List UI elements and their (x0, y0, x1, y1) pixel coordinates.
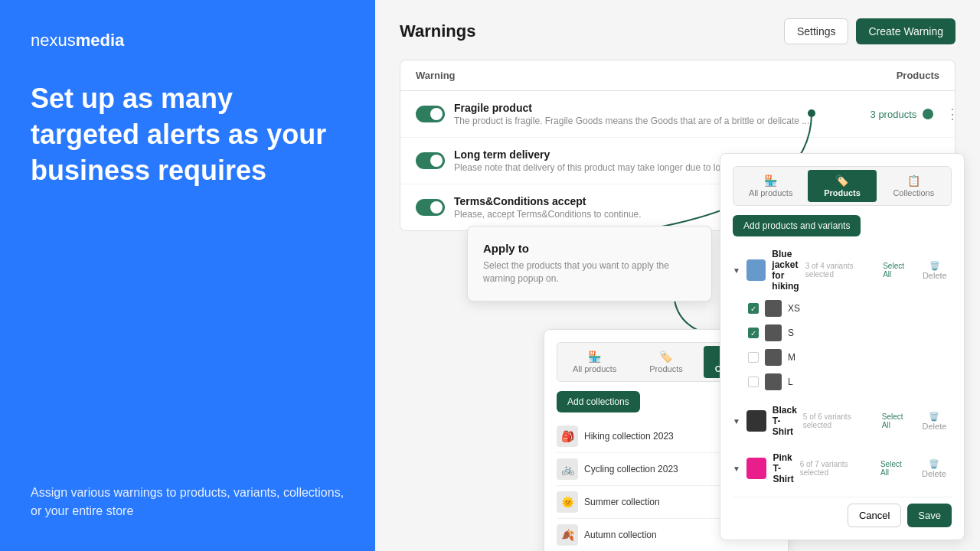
collection-icon-hiking: 🎒 (557, 425, 578, 447)
variant-thumb-l (765, 373, 782, 390)
store-icon-2: 🏪 (740, 174, 802, 187)
add-products-button[interactable]: Add products and variants (733, 215, 861, 236)
variant-row-m: M (733, 345, 952, 370)
product-group-pink-tshirt: ▼ Pink T-Shirt 6 of 7 variants selected … (733, 448, 952, 489)
variant-row-xs: ✓ XS (733, 296, 952, 321)
sub-text: Assign various warnings to products, var… (31, 461, 345, 520)
collection-icon-2: 📋 (883, 174, 945, 187)
toggle-terms[interactable] (416, 199, 445, 216)
tab-all-products-prod[interactable]: 🏪 All products (737, 170, 805, 202)
select-all-jacket[interactable]: Select All (883, 262, 911, 279)
tab-all-products-col[interactable]: 🏪 All products (560, 346, 629, 378)
collection-name-cycling: Cycling collection 2023 (584, 464, 732, 474)
variant-thumb-m (765, 349, 782, 366)
chevron-right-icon: ▼ (733, 417, 740, 425)
tab-products-col[interactable]: 🏷️ Products (632, 346, 700, 378)
variant-thumb-xs (765, 300, 782, 317)
apply-to-panel: Apply to Select the products that you wa… (467, 226, 712, 302)
tag-icon-2: 🏷️ (811, 174, 873, 187)
checkbox-s[interactable]: ✓ (748, 328, 759, 338)
apply-to-desc: Select the products that you want to app… (483, 259, 696, 285)
product-meta-jacket: 3 of 4 variants selected (805, 262, 877, 279)
add-collections-button[interactable]: Add collections (557, 391, 640, 412)
product-group-black-tshirt: ▼ Black T-Shirt 5 of 6 variants selected… (733, 400, 952, 442)
delete-black-button[interactable]: 🗑️ Delete (917, 412, 952, 431)
green-dot-fragile (923, 109, 933, 119)
panel-footer: Cancel Save (733, 497, 952, 527)
variant-row-s: ✓ S (733, 321, 952, 345)
product-meta-black: 5 of 6 variants selected (803, 412, 876, 429)
select-all-pink[interactable]: Select All (880, 460, 910, 477)
variant-name-xs: XS (788, 303, 800, 314)
table-row: Fragile product The product is fragile. … (400, 91, 955, 138)
product-thumb-pink (746, 458, 766, 479)
product-thumb-jacket (746, 259, 766, 281)
logo-suffix: media (76, 31, 125, 50)
collection-icon-cycling: 🚲 (557, 458, 578, 480)
chevron-down-icon: ▼ (733, 266, 740, 275)
collection-name-autumn: Autumn collection (584, 530, 732, 540)
warning-name-fragile: Fragile product (454, 102, 809, 114)
toggle-delivery[interactable] (416, 152, 445, 169)
product-thumb-black (746, 410, 766, 432)
page-title: Warnings (400, 21, 475, 41)
create-warning-button[interactable]: Create Warning (856, 18, 956, 44)
collection-icon-summer: 🌞 (557, 491, 578, 513)
left-panel: nexusmedia Set up as many targeted alert… (0, 0, 375, 551)
tab-products-prod[interactable]: 🏷️ Products (808, 170, 876, 202)
warning-desc-fragile: The product is fragile. Fragile Goods me… (454, 116, 809, 126)
variant-name-m: M (788, 352, 795, 363)
product-group-header-jacket: ▼ Blue jacket for hiking 3 of 4 variants… (733, 244, 952, 296)
chevron-right-icon-2: ▼ (733, 465, 740, 473)
select-all-black[interactable]: Select All (882, 412, 911, 429)
product-group-header-pink: ▼ Pink T-Shirt 6 of 7 variants selected … (733, 448, 952, 489)
hero-text: Set up as many targeted alerts as your b… (31, 81, 345, 188)
variant-name-l: L (788, 377, 793, 387)
settings-button[interactable]: Settings (784, 18, 849, 44)
collection-name-summer: Summer collection (584, 497, 732, 507)
checkbox-m[interactable] (748, 352, 759, 363)
warning-products-fragile: 3 products (818, 109, 933, 120)
collection-icon-autumn: 🍂 (557, 524, 578, 546)
logo: nexusmedia (31, 31, 345, 51)
tag-icon: 🏷️ (635, 350, 697, 363)
variant-thumb-s (765, 324, 782, 341)
checkbox-l[interactable] (748, 377, 759, 387)
page-header: Warnings Settings Create Warning (400, 18, 956, 44)
col-products: Products (897, 70, 939, 81)
header-actions: Settings Create Warning (784, 18, 956, 44)
product-name-jacket: Blue jacket for hiking (772, 249, 799, 292)
delete-jacket-button[interactable]: 🗑️ Delete (918, 261, 952, 280)
apply-to-title: Apply to (483, 242, 696, 255)
cancel-button[interactable]: Cancel (848, 504, 901, 527)
more-btn-fragile[interactable]: ⋮ (942, 106, 956, 122)
right-panel: Warnings Settings Create Warning Warning… (375, 0, 980, 551)
products-link-fragile[interactable]: 3 products (871, 109, 917, 120)
product-meta-pink: 6 of 7 variants selected (800, 460, 874, 477)
product-name-pink: Pink T-Shirt (773, 452, 793, 484)
variant-row-l: L (733, 370, 952, 394)
product-group-header-black: ▼ Black T-Shirt 5 of 6 variants selected… (733, 400, 952, 442)
tab-collections-prod[interactable]: 📋 Collections (880, 170, 948, 202)
toggle-fragile[interactable] (416, 106, 445, 122)
products-tab-bar: 🏪 All products 🏷️ Products 📋 Collections (733, 166, 952, 206)
col-warning: Warning (416, 70, 456, 81)
collection-name-hiking: Hiking collection 2023 (584, 431, 732, 442)
save-button[interactable]: Save (907, 504, 952, 527)
product-group-jacket: ▼ Blue jacket for hiking 3 of 4 variants… (733, 244, 952, 394)
products-panel: 🏪 All products 🏷️ Products 📋 Collections… (720, 153, 965, 540)
table-header: Warning Products (400, 60, 955, 91)
product-name-black: Black T-Shirt (773, 405, 797, 437)
warning-info-fragile: Fragile product The product is fragile. … (454, 102, 809, 126)
delete-pink-button[interactable]: 🗑️ Delete (916, 459, 952, 478)
store-icon: 🏪 (564, 350, 626, 363)
logo-prefix: nexus (31, 31, 76, 50)
variant-name-s: S (788, 328, 794, 338)
checkbox-xs[interactable]: ✓ (748, 303, 759, 314)
